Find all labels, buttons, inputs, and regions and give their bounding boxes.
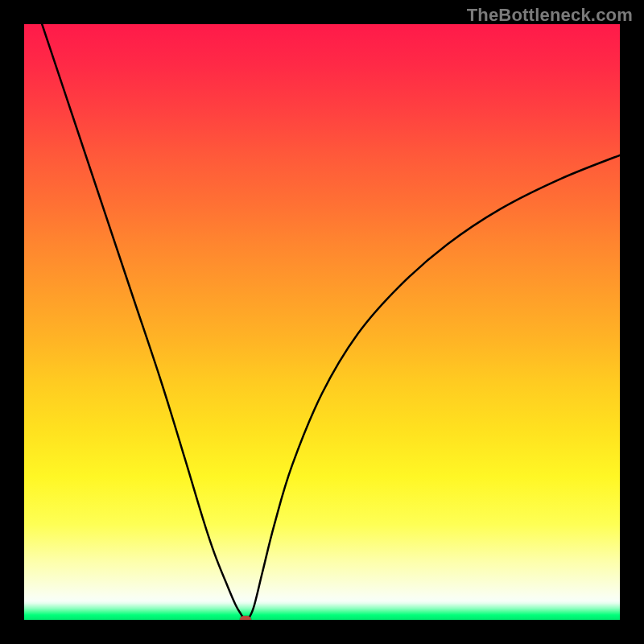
chart-container: TheBottleneck.com bbox=[0, 0, 644, 644]
watermark-text: TheBottleneck.com bbox=[467, 5, 633, 26]
plot-area bbox=[24, 24, 620, 620]
bottleneck-curve bbox=[24, 24, 620, 620]
optimal-point-marker bbox=[240, 616, 251, 620]
